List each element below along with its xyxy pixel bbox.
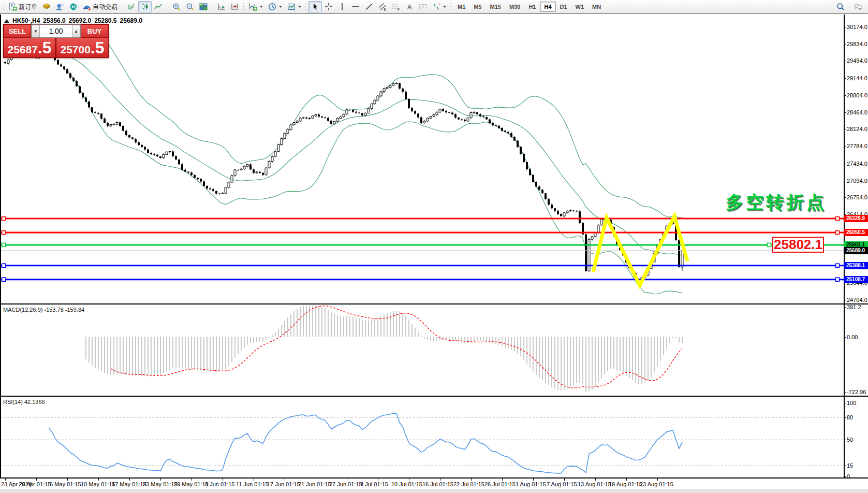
price-axis-label: 24704.0 xyxy=(847,297,867,303)
line-endpoint-marker[interactable] xyxy=(2,243,6,247)
window-bottom-strip xyxy=(0,489,868,493)
buy-button[interactable]: BUY xyxy=(81,24,108,38)
toolbar-search-button[interactable] xyxy=(834,1,847,12)
main-macd-separator[interactable] xyxy=(0,303,868,304)
ohlc-open: 25356.0 xyxy=(43,17,65,24)
turning-point-annotation[interactable]: 多空转折点 xyxy=(726,191,827,214)
volume-increment-button[interactable]: ▲ xyxy=(72,25,80,37)
timeframe-mn-button[interactable]: MN xyxy=(588,2,605,12)
time-axis-label: 17 Jun 01:15 xyxy=(267,481,300,487)
chart-left-border xyxy=(0,15,1,477)
ohlc-high: 25692.0 xyxy=(69,17,91,24)
toolbar-zoom-out-button[interactable] xyxy=(183,1,197,12)
line-endpoint-marker[interactable] xyxy=(2,230,6,234)
toolbar-candlestick-chart-button[interactable] xyxy=(138,1,152,12)
templates-dropdown-caret[interactable] xyxy=(298,6,301,8)
buy-price-frac: .5 xyxy=(91,39,105,56)
trendline-icon xyxy=(365,3,373,11)
line-endpoint-marker[interactable] xyxy=(768,243,771,247)
volume-decrement-button[interactable]: ▼ xyxy=(32,25,40,37)
arrows-icon xyxy=(432,3,440,11)
timeframe-h4-button[interactable]: H4 xyxy=(540,2,555,12)
toolbar-chart-shift-button[interactable] xyxy=(228,1,242,12)
toolbar-grip[interactable] xyxy=(166,3,168,11)
new-chart-dropdown-caret[interactable] xyxy=(260,6,263,8)
toolbar-grip[interactable] xyxy=(121,3,123,11)
horizontal-line-26050.5[interactable] xyxy=(1,230,844,234)
time-axis-tick xyxy=(440,479,440,481)
toolbar-grip[interactable] xyxy=(3,3,5,11)
toolbar-text-button[interactable]: A xyxy=(403,1,416,12)
timeframe-w1-button[interactable]: W1 xyxy=(571,2,589,12)
line-endpoint-marker[interactable] xyxy=(836,278,840,281)
toolbar-signals-button[interactable] xyxy=(67,1,80,12)
horizontal-line-26329.9[interactable] xyxy=(1,217,844,221)
toolbar-text-label-button[interactable]: T xyxy=(416,1,430,12)
horizontal-line-25108.7[interactable] xyxy=(1,278,844,281)
toolbar-auto-trading-button[interactable]: 自动交易 xyxy=(80,1,120,12)
time-axis-tick xyxy=(285,479,285,481)
line-endpoint-marker[interactable] xyxy=(836,230,840,234)
timeframe-m5-button[interactable]: M5 xyxy=(469,2,486,12)
time-axis-tick xyxy=(657,479,658,481)
sell-button[interactable]: SELL xyxy=(4,24,31,38)
time-axis-label: 10 May 01:15 xyxy=(81,481,115,487)
line-endpoint-marker[interactable] xyxy=(2,264,6,267)
volume-input[interactable]: 1.00 xyxy=(40,25,72,37)
toolbar-arrows-button[interactable] xyxy=(430,1,449,12)
toolbar-zoom-in-button[interactable] xyxy=(170,1,183,12)
toolbar-new-chart-button[interactable] xyxy=(246,1,266,12)
toolbar-line-chart-button[interactable] xyxy=(152,1,165,12)
price-axis-label: 27434.0 xyxy=(847,161,867,167)
line-endpoint-marker[interactable] xyxy=(2,278,6,281)
price-axis-label: 30174.0 xyxy=(847,24,867,30)
sell-price-display[interactable]: 25687.5 xyxy=(4,38,55,57)
toolbar-templates-button[interactable] xyxy=(285,1,304,12)
toolbar-grip[interactable] xyxy=(305,3,307,11)
toolbar-equidistant-channel-button[interactable]: E xyxy=(376,1,389,12)
toolbar-fibonacci-button[interactable]: F xyxy=(389,1,403,12)
toolbar-grip[interactable] xyxy=(243,3,245,11)
toolbar-new-order-button[interactable]: 新订单 xyxy=(6,1,40,12)
toolbar-auto-scroll-button[interactable] xyxy=(215,1,228,12)
time-axis-tick xyxy=(347,479,347,481)
arrows-dropdown-caret[interactable] xyxy=(443,6,446,8)
bollinger-upper-band[interactable] xyxy=(64,35,682,218)
toolbar-crosshair-button[interactable] xyxy=(322,1,335,12)
timeframe-m1-button[interactable]: M1 xyxy=(453,2,469,12)
buy-price-display[interactable]: 25700.5 xyxy=(56,38,108,57)
horizontal-line-25388.1[interactable] xyxy=(1,264,844,267)
toolbar-vertical-line-button[interactable] xyxy=(335,1,349,12)
toolbar-group-1 xyxy=(120,0,165,13)
timeframe-m15-button[interactable]: M15 xyxy=(486,2,505,12)
svg-text:F: F xyxy=(398,8,400,11)
auto-trading-icon xyxy=(83,3,91,11)
line-endpoint-marker[interactable] xyxy=(836,264,840,267)
horizontal-line-25802.1[interactable] xyxy=(1,243,844,247)
toolbar-tile-windows-button[interactable] xyxy=(197,1,210,12)
toolbar-bar-chart-button[interactable] xyxy=(125,1,138,12)
line-endpoint-marker[interactable] xyxy=(2,217,6,221)
toolbar-periods-button[interactable] xyxy=(266,1,285,12)
svg-text:A: A xyxy=(407,3,413,11)
collapse-trade-panel-icon[interactable] xyxy=(4,19,9,23)
macd-rsi-separator[interactable] xyxy=(0,396,868,397)
toolbar-chat-button[interactable] xyxy=(851,1,865,12)
periods-dropdown-caret[interactable] xyxy=(279,6,282,8)
toolbar-trendline-button[interactable] xyxy=(362,1,376,12)
timeframe-h1-button[interactable]: H1 xyxy=(524,2,540,12)
line-endpoint-marker[interactable] xyxy=(836,217,840,221)
toolbar-community-button[interactable] xyxy=(53,1,67,12)
crosshair-icon xyxy=(325,3,333,11)
chat-icon xyxy=(854,3,862,11)
toolbar-grip[interactable] xyxy=(450,3,452,11)
toolbar-cursor-button[interactable] xyxy=(308,1,322,12)
price-axis-label: 28464.0 xyxy=(847,109,867,115)
price-callout-label[interactable]: 25802.1 xyxy=(772,237,824,253)
timeframe-d1-button[interactable]: D1 xyxy=(556,2,571,12)
toolbar-horizontal-line-button[interactable] xyxy=(349,1,362,12)
toolbar-grip[interactable] xyxy=(211,3,213,11)
toolbar-market-watch-button[interactable] xyxy=(40,1,53,12)
buy-price-main: 25700 xyxy=(60,41,90,59)
timeframe-m30-button[interactable]: M30 xyxy=(505,2,524,12)
